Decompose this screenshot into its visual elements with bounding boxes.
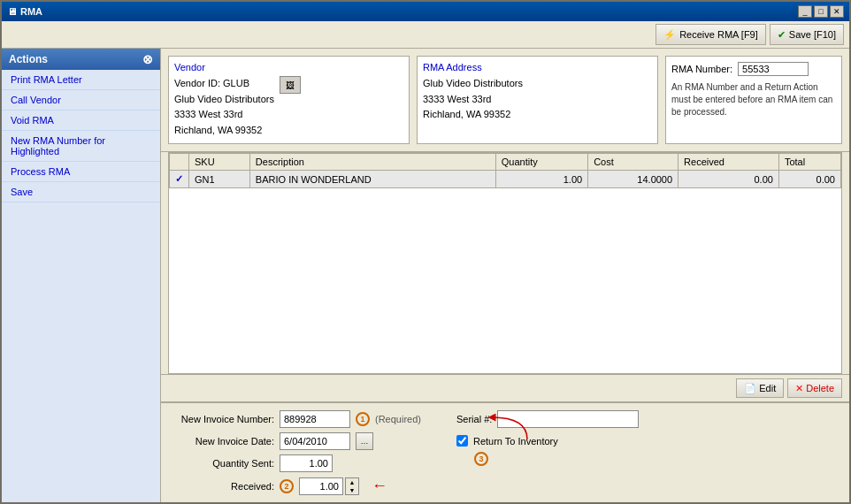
sidebar: Actions ⊗ Print RMA Letter Call Vendor V…: [2, 49, 161, 502]
edit-icon: 📄: [744, 383, 756, 394]
row-quantity: 1.00: [495, 171, 587, 188]
checkmark-icon: ✔: [778, 29, 786, 41]
rma-address-label: RMA Address: [423, 62, 652, 73]
lightning-icon: ⚡: [663, 29, 676, 41]
sidebar-title: Actions: [9, 53, 48, 65]
col-cost: Cost: [588, 154, 678, 171]
annotation-circle-2: 2: [280, 479, 294, 493]
received-row: Received: 2 ▲ ▼ ←: [168, 477, 421, 495]
vendor-city-state-zip: Richland, WA 99352: [174, 125, 262, 135]
row-sku: GN1: [189, 171, 250, 188]
sidebar-item-new-rma-number[interactable]: New RMA Number for Highlighted: [2, 131, 160, 162]
bottom-right: Serial #:: [439, 410, 639, 495]
items-table: SKU Description Quantity Cost Received T…: [169, 153, 841, 188]
table-actions: 📄 Edit ✕ Delete: [161, 374, 849, 401]
invoice-date-input[interactable]: [280, 432, 350, 450]
receive-rma-button[interactable]: ⚡ Receive RMA [F9]: [656, 24, 766, 45]
rma-number-box: RMA Number: An RMA Number and a Return A…: [665, 56, 842, 144]
window-title: RMA: [20, 6, 42, 17]
edit-label: Edit: [759, 383, 776, 393]
sidebar-item-process-rma[interactable]: Process RMA: [2, 162, 160, 182]
vendor-section-label: Vendor: [174, 62, 403, 73]
sidebar-item-print-rma-letter[interactable]: Print RMA Letter: [2, 70, 160, 90]
receive-rma-label: Receive RMA [F9]: [679, 29, 758, 40]
row-cost: 14.0000: [588, 171, 678, 188]
close-button[interactable]: ✕: [830, 5, 844, 18]
sidebar-header: Actions ⊗: [2, 49, 160, 70]
received-input[interactable]: [299, 477, 343, 495]
col-total: Total: [778, 154, 840, 171]
invoice-number-row: New Invoice Number: 1 (Required): [168, 410, 421, 428]
sidebar-item-void-rma[interactable]: Void RMA: [2, 111, 160, 131]
vendor-id-value: GLUB: [223, 78, 249, 88]
arrow-svg: [474, 409, 580, 444]
toolbar: ⚡ Receive RMA [F9] ✔ Save [F10]: [2, 21, 849, 49]
arrow-annotation: ←: [372, 477, 387, 495]
col-sku: SKU: [189, 154, 250, 171]
invoice-date-row: New Invoice Date: …: [168, 432, 421, 450]
spin-up-icon[interactable]: ▲: [346, 478, 358, 486]
invoice-number-label: New Invoice Number:: [168, 414, 274, 424]
vendor-image-icon[interactable]: 🖼: [280, 76, 301, 94]
rma-address-name: Glub Video Distributors: [423, 78, 523, 88]
title-bar: 🖥 RMA _ □ ✕: [2, 2, 849, 21]
collapse-icon[interactable]: ⊗: [142, 52, 153, 66]
rma-address-address1: 3333 West 33rd: [423, 94, 491, 104]
vendor-details: Vendor ID: GLUB Glub Video Distributors …: [174, 76, 274, 138]
delete-icon: ✕: [795, 383, 803, 394]
rma-number-input[interactable]: [738, 62, 809, 76]
table-header-row: SKU Description Quantity Cost Received T…: [170, 154, 841, 171]
spin-down-icon[interactable]: ▼: [346, 486, 358, 494]
minimize-button[interactable]: _: [798, 5, 812, 18]
vendor-id-label: Vendor ID:: [174, 78, 223, 88]
invoice-number-input[interactable]: [280, 410, 350, 428]
main-panel: Vendor Vendor ID: GLUB Glub Video Distri…: [161, 49, 849, 502]
col-received: Received: [678, 154, 779, 171]
quantity-sent-row: Quantity Sent:: [168, 454, 421, 472]
main-window: 🖥 RMA _ □ ✕ ⚡ Receive RMA [F9] ✔ Save [F…: [0, 0, 851, 504]
col-description: Description: [249, 154, 495, 171]
vendor-address1: 3333 West 33rd: [174, 109, 242, 119]
received-label: Received:: [168, 481, 274, 492]
return-to-inventory-checkbox[interactable]: [456, 435, 468, 447]
rma-notice: An RMA Number and a Return Action must b…: [671, 81, 836, 118]
window-icon: 🖥: [7, 6, 17, 17]
row-received: 0.00: [678, 171, 779, 188]
form-section: Vendor Vendor ID: GLUB Glub Video Distri…: [161, 49, 849, 152]
required-text: (Required): [375, 414, 421, 424]
row-description: BARIO IN WONDERLAND: [249, 171, 495, 188]
received-spinner[interactable]: ▲ ▼: [345, 477, 359, 495]
edit-button[interactable]: 📄 Edit: [736, 378, 784, 398]
row-total: 0.00: [778, 171, 840, 188]
annotation-circle-1: 1: [356, 412, 370, 426]
delete-button[interactable]: ✕ Delete: [787, 378, 842, 398]
sidebar-item-save[interactable]: Save: [2, 182, 160, 202]
rma-address-box: RMA Address Glub Video Distributors 3333…: [417, 56, 658, 144]
date-picker-button[interactable]: …: [356, 432, 373, 450]
rma-number-label: RMA Number:: [671, 64, 732, 74]
content-area: Actions ⊗ Print RMA Letter Call Vendor V…: [2, 49, 849, 502]
row-check: ✓: [170, 171, 189, 188]
invoice-date-label: New Invoice Date:: [168, 436, 274, 447]
vendor-name: Glub Video Distributors: [174, 94, 274, 104]
col-check: [170, 154, 189, 171]
save-label: Save [F10]: [789, 29, 836, 40]
col-quantity: Quantity: [495, 154, 587, 171]
vendor-box: Vendor Vendor ID: GLUB Glub Video Distri…: [168, 56, 410, 144]
bottom-form: New Invoice Number: 1 (Required) New Inv…: [161, 401, 849, 502]
delete-label: Delete: [806, 383, 834, 393]
sidebar-item-call-vendor[interactable]: Call Vendor: [2, 90, 160, 111]
annotation-circle-3: 3: [474, 452, 488, 466]
maximize-button[interactable]: □: [814, 5, 828, 18]
rma-address-city-state-zip: Richland, WA 99352: [423, 109, 510, 119]
quantity-sent-input[interactable]: [280, 454, 333, 472]
items-table-section: SKU Description Quantity Cost Received T…: [168, 152, 842, 374]
rma-address-details: Glub Video Distributors 3333 West 33rd R…: [423, 76, 652, 123]
save-button[interactable]: ✔ Save [F10]: [770, 24, 844, 45]
window-controls[interactable]: _ □ ✕: [798, 5, 844, 18]
table-row[interactable]: ✓ GN1 BARIO IN WONDERLAND 1.00 14.0000 0…: [170, 171, 841, 188]
quantity-sent-label: Quantity Sent:: [168, 458, 274, 469]
